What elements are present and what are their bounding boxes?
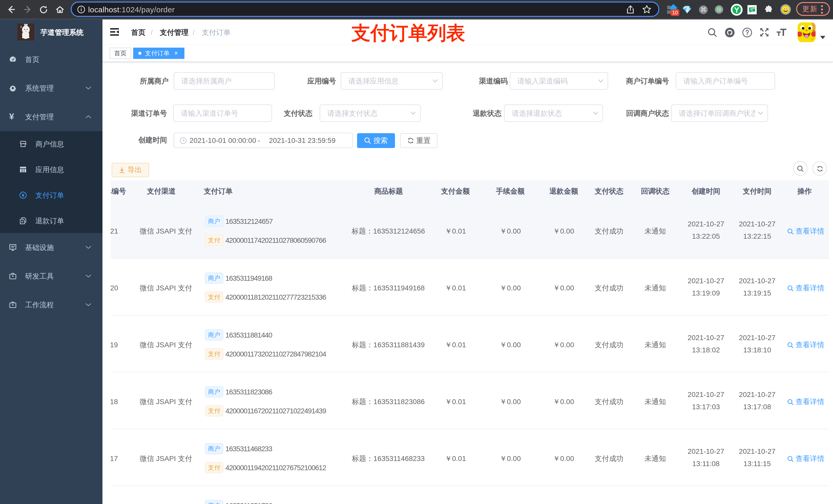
svg-text:⌘: ⌘ (700, 6, 707, 13)
